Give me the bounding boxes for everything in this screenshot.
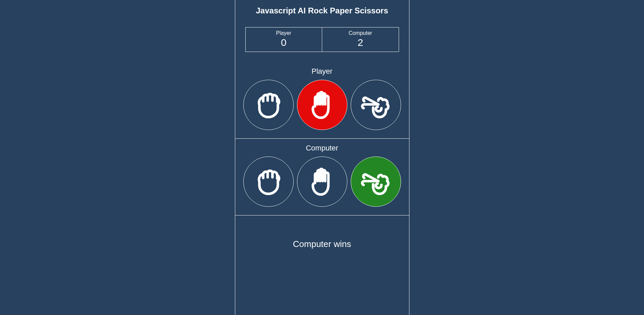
rock-icon xyxy=(252,165,284,198)
computer-choice-rock xyxy=(243,156,294,207)
paper-icon xyxy=(306,88,338,122)
computer-section-label: Computer xyxy=(239,144,406,152)
score-label-player: Player xyxy=(246,30,322,36)
computer-choice-scissors xyxy=(351,156,401,207)
player-choice-paper[interactable] xyxy=(297,80,347,130)
player-section-label: Player xyxy=(239,67,406,76)
player-choice-rock[interactable] xyxy=(243,80,294,130)
game-container: Javascript AI Rock Paper Scissors Player… xyxy=(235,0,409,315)
paper-icon xyxy=(306,165,338,198)
result-section: Computer wins xyxy=(235,215,409,279)
score-value-player: 0 xyxy=(246,37,322,48)
scissors-icon xyxy=(360,165,392,198)
computer-section: Computer xyxy=(235,138,409,215)
score-cell-computer: Computer 2 xyxy=(322,27,399,52)
player-section: Player xyxy=(235,62,409,138)
computer-choice-paper xyxy=(297,156,347,207)
score-label-computer: Computer xyxy=(322,30,399,36)
score-value-computer: 2 xyxy=(322,37,399,48)
computer-choices xyxy=(239,156,406,207)
rock-icon xyxy=(252,88,284,122)
score-table: Player 0 Computer 2 xyxy=(245,27,399,52)
player-choice-scissors[interactable] xyxy=(351,80,401,130)
score-cell-player: Player 0 xyxy=(246,27,322,52)
player-choices xyxy=(239,80,406,130)
page-title: Javascript AI Rock Paper Scissors xyxy=(235,0,409,19)
result-text: Computer wins xyxy=(293,239,351,249)
scissors-icon xyxy=(360,88,392,122)
